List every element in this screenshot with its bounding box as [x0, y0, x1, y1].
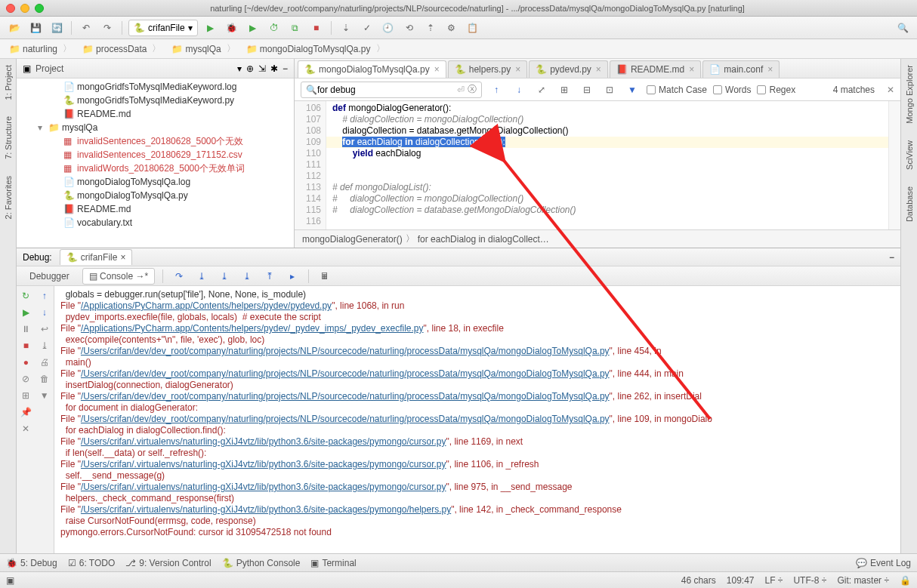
tree-item[interactable]: 📄mongoDialogToMysqlQa.log	[17, 175, 294, 189]
structure-icon[interactable]: 📋	[465, 20, 481, 36]
close-icon[interactable]: ×	[689, 64, 694, 75]
close-find-icon[interactable]: ✕	[887, 85, 894, 95]
tree-item[interactable]: 📄vocabulary.txt	[17, 216, 294, 229]
chevron-down-icon[interactable]: ▾	[237, 63, 242, 74]
editor-tab[interactable]: 🐍mongoDialogToMysqlQa.py×	[298, 60, 446, 78]
tool-stripe-item[interactable]: SciView	[905, 140, 914, 170]
tree-item[interactable]: 🐍mongoDialogToMysqlQa.py	[17, 189, 294, 202]
gear-icon[interactable]: ✱	[270, 63, 278, 74]
step-into-my-icon[interactable]: ⤓	[216, 268, 233, 285]
close-icon[interactable]: ×	[596, 64, 601, 75]
tree-item[interactable]: ▦invalidSentences_20180629_171152.csv	[17, 148, 294, 162]
filter-icon[interactable]: ▼	[40, 390, 49, 401]
editor-tab[interactable]: 📄main.conf×	[702, 60, 780, 78]
close-icon[interactable]: ×	[120, 252, 125, 263]
stop-icon[interactable]: ■	[308, 20, 325, 36]
editor-tab[interactable]: 📕README.md×	[610, 60, 701, 78]
project-tree[interactable]: 📄mongoGridfsToMysqlMediaKeyword.log🐍mong…	[17, 79, 294, 248]
vcs-revert-icon[interactable]: ⟲	[401, 20, 418, 36]
vcs-push-icon[interactable]: ⇡	[422, 20, 439, 36]
tool-stripe-item[interactable]: Mongo Explorer	[905, 65, 914, 124]
evaluate-icon[interactable]: 🖩	[316, 268, 333, 285]
open-icon[interactable]: 📂	[6, 20, 23, 36]
vcs-update-icon[interactable]: ⇣	[338, 20, 354, 36]
stop-icon[interactable]: ■	[23, 340, 29, 351]
vcs-history-icon[interactable]: 🕘	[380, 20, 397, 36]
find-input[interactable]	[317, 85, 457, 95]
lock-icon[interactable]: 🔒	[900, 575, 911, 586]
mute-bp-icon[interactable]: ⊘	[22, 374, 29, 384]
save-icon[interactable]: 💾	[27, 20, 44, 36]
error-stripe[interactable]	[888, 101, 900, 229]
words-checkbox[interactable]: Words	[713, 85, 751, 95]
step-over-icon[interactable]: ↷	[171, 268, 187, 285]
profile-icon[interactable]: ⏱	[266, 20, 283, 36]
close-icon[interactable]: ×	[515, 64, 520, 75]
tree-item[interactable]: ▾📁mysqlQa	[17, 121, 294, 134]
run-icon[interactable]: ▶	[202, 20, 219, 36]
pin-icon[interactable]: 📌	[20, 407, 32, 417]
encoding[interactable]: UTF-8 ÷	[793, 575, 826, 586]
layout-icon[interactable]: ⊞	[22, 390, 29, 401]
scroll-icon[interactable]: ⤓	[41, 340, 48, 351]
tool-stripe-item[interactable]: Database	[905, 186, 914, 222]
regex-checkbox[interactable]: Regex	[757, 85, 795, 95]
select-all-icon[interactable]: ⤢	[533, 82, 550, 98]
editor-tab[interactable]: 🐍helpers.py×	[448, 60, 527, 78]
tw-terminal[interactable]: ▣Terminal	[310, 558, 356, 568]
breadcrumb-item[interactable]: 📁mysqlQa〉	[167, 41, 239, 57]
zoom-window-button[interactable]	[35, 4, 44, 13]
clear-icon[interactable]: ⓧ	[468, 83, 477, 96]
undo-icon[interactable]: ↶	[78, 20, 94, 36]
editor-tab[interactable]: 🐍pydevd.py×	[529, 60, 608, 78]
tw-eventlog[interactable]: 💬Event Log	[856, 558, 911, 568]
concurrency-icon[interactable]: ⧉	[287, 20, 304, 36]
tree-item[interactable]: ▦invalidSentences_20180628_5000个无效	[17, 134, 294, 148]
settings-icon[interactable]: ⚙	[443, 20, 460, 36]
code-content[interactable]: def mongoDialogGenerator(): # dialogColl…	[326, 101, 888, 229]
debugger-tab[interactable]: Debugger	[23, 268, 76, 285]
breadcrumb-fn[interactable]: mongoDialogGenerator()	[302, 234, 403, 245]
breakpoints-icon[interactable]: ●	[23, 357, 29, 368]
step-out-icon[interactable]: ⤒	[261, 268, 278, 285]
hide-icon[interactable]: −	[283, 63, 288, 74]
tw-debug[interactable]: 🐞5: Debug	[6, 558, 57, 568]
tool-stripe-item[interactable]: 2: Favorites	[4, 176, 13, 219]
tree-item[interactable]: ▦invalidWords_20180628_5000个无效单词	[17, 162, 294, 175]
close-window-button[interactable]	[6, 4, 15, 13]
force-step-icon[interactable]: ⤓	[239, 268, 255, 285]
wrap-icon[interactable]: ↩	[41, 324, 48, 334]
close-icon[interactable]: ×	[434, 64, 440, 75]
console-tab[interactable]: ▤ Console →*	[82, 268, 155, 285]
print-icon[interactable]: 🖨	[40, 357, 49, 368]
up-icon[interactable]: ↑	[42, 291, 47, 301]
tool-stripe-item[interactable]: 1: Project	[4, 65, 13, 100]
tw-todo[interactable]: ☑6: TODO	[68, 558, 116, 568]
next-match-icon[interactable]: ↓	[511, 82, 527, 98]
tool-stripe-item[interactable]: 7: Structure	[4, 116, 13, 159]
breadcrumb-loop[interactable]: for eachDialog in dialogCollect…	[418, 234, 549, 245]
breadcrumb-item[interactable]: 📁processData〉	[78, 41, 165, 57]
step-into-icon[interactable]: ⤓	[193, 268, 210, 285]
redo-icon[interactable]: ↷	[99, 20, 116, 36]
code-editor[interactable]: 106107108109110111112113114115116 def mo…	[295, 101, 900, 229]
run-config-selector[interactable]: 🐍 crifanFile ▾	[128, 20, 198, 36]
run-to-cursor-icon[interactable]: ▸	[284, 268, 301, 285]
search-icon[interactable]: 🔍	[894, 20, 911, 36]
vcs-commit-icon[interactable]: ✓	[359, 20, 375, 36]
clear-icon[interactable]: 🗑	[40, 374, 49, 384]
tree-item[interactable]: 📕README.md	[17, 107, 294, 121]
collapse-icon[interactable]: ⇲	[258, 63, 266, 74]
match-case-checkbox[interactable]: Match Case	[647, 85, 707, 95]
tw-vcs[interactable]: ⎇9: Version Control	[125, 558, 211, 568]
tree-item[interactable]: 🐍mongoGridfsToMysqlMediaKeyword.py	[17, 94, 294, 107]
tw-pyconsole[interactable]: 🐍Python Console	[222, 558, 301, 568]
debug-icon[interactable]: 🐞	[224, 20, 240, 36]
breadcrumb-item[interactable]: 📁naturling〉	[5, 41, 76, 57]
coverage-icon[interactable]: ▶	[245, 20, 261, 36]
filter-icon[interactable]: ▼	[624, 82, 641, 98]
locate-icon[interactable]: ⊕	[246, 63, 254, 74]
remove-selection-icon[interactable]: ⊟	[579, 82, 595, 98]
minimize-window-button[interactable]	[20, 4, 29, 13]
git-branch[interactable]: Git: master ÷	[837, 575, 889, 586]
